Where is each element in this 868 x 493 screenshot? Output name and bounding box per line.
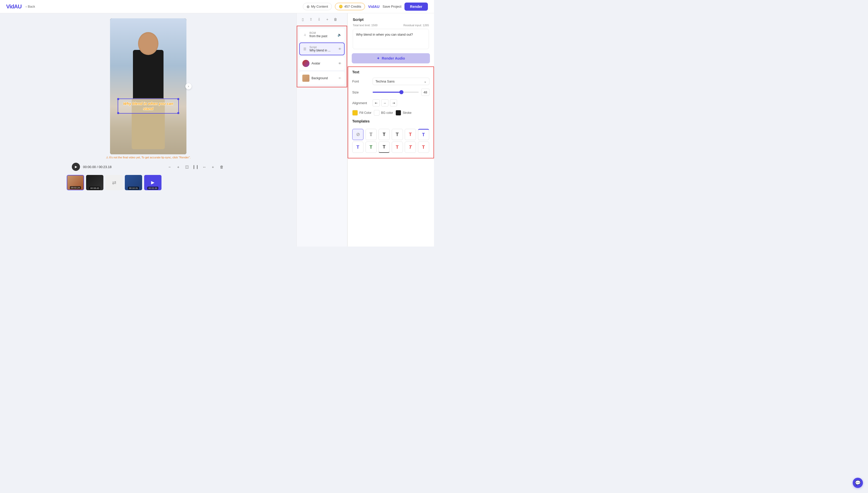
templates-grid: ⊘ T T T T T T T T T T T: [352, 127, 429, 155]
slider-thumb[interactable]: [399, 90, 403, 94]
layer-script-visibility[interactable]: 👁: [338, 47, 342, 51]
background-thumbnail: [302, 74, 310, 82]
thumbnail-3[interactable]: 00:10.31: [125, 175, 142, 190]
layer-bgm-subtitle: from the past: [310, 35, 335, 38]
template-item-4[interactable]: T: [392, 129, 403, 140]
size-slider-container: 48: [373, 89, 429, 96]
thumbnail-4[interactable]: ► 00:02.00: [144, 175, 162, 190]
split-icon[interactable]: ❙❙: [193, 164, 199, 170]
save-project-button[interactable]: Save Project: [383, 5, 401, 8]
script-textarea[interactable]: Why blend in when you can stand out?: [353, 29, 429, 49]
header-left: VidAU ‹ Back: [6, 3, 35, 10]
align-icon[interactable]: ↔: [201, 164, 207, 170]
frame-icon[interactable]: ◫: [184, 164, 190, 170]
template-item-9[interactable]: T: [379, 142, 390, 153]
my-content-button[interactable]: ◍ My Content: [303, 3, 332, 10]
size-slider[interactable]: [373, 92, 419, 93]
subtitle-text: Why blend in when you canstand: [121, 101, 175, 111]
template-item-10[interactable]: T: [392, 142, 403, 153]
layer-avatar-visibility[interactable]: 👁: [338, 62, 342, 65]
credits-button[interactable]: 🪙 457 Credits: [335, 3, 365, 10]
font-value: Techna Sans: [376, 80, 395, 83]
main-content: Why blend in when you canstand › ⚠ It's …: [0, 13, 434, 246]
move-down-icon[interactable]: ⇩: [316, 16, 322, 22]
font-dropdown-icon: ⌄: [424, 80, 427, 83]
layer-script[interactable]: ☰ Script Why blend in ... 👁: [299, 43, 345, 55]
template-item-3[interactable]: T: [379, 129, 390, 140]
render-button[interactable]: Render: [404, 3, 428, 11]
font-label: Font: [352, 80, 373, 83]
timeline-controls: ▶ 00:00.00 / 00:23.18 − + ◫ ❙❙ ↔ + 🗑: [72, 163, 225, 171]
layer-bgm-visibility[interactable]: 🔉: [337, 33, 342, 37]
move-up-icon[interactable]: ⇧: [308, 16, 314, 22]
template-item-8[interactable]: T: [365, 142, 377, 153]
warning-text: It's not the final video yet, To get acc…: [109, 156, 191, 159]
template-item-11[interactable]: T: [405, 142, 416, 153]
layer-background-title: Background: [312, 77, 336, 80]
align-left-button[interactable]: ⇤: [373, 99, 380, 106]
fill-color-label: Fill Color: [359, 111, 371, 114]
delete-icon[interactable]: 🗑: [218, 164, 225, 170]
stroke-item[interactable]: Stroke: [396, 110, 411, 115]
back-button[interactable]: ‹ Back: [26, 5, 35, 8]
layer-background[interactable]: Background 👁: [299, 71, 345, 85]
render-audio-button[interactable]: ✦ Render Audio: [352, 53, 430, 63]
render-audio-label: Render Audio: [382, 56, 405, 60]
resize-handle-bl[interactable]: [117, 112, 119, 114]
copy-layer-icon[interactable]: ▯: [300, 16, 306, 22]
zoom-in-icon[interactable]: +: [175, 164, 181, 170]
layer-background-visibility[interactable]: 👁: [338, 77, 342, 80]
back-label: Back: [28, 5, 35, 8]
script-panel-title: Script: [348, 13, 434, 24]
editor-panel: Why blend in when you canstand › ⚠ It's …: [0, 13, 296, 246]
credits-label: 457 Credits: [344, 5, 361, 8]
layer-bgm-info: BGM from the past: [310, 31, 335, 38]
bg-color-swatch: [374, 110, 380, 115]
nav-arrow-right[interactable]: ›: [185, 83, 192, 89]
layer-bgm[interactable]: ♫ BGM from the past 🔉: [299, 28, 345, 41]
play-button[interactable]: ▶: [72, 163, 80, 171]
thumbnail-strip: 00:02.24 00:08.63 ⇄ 00:10.31 ► 00:02.00: [67, 173, 230, 192]
resize-handle-br[interactable]: [177, 112, 179, 114]
add-layer-icon[interactable]: +: [324, 16, 330, 22]
total-time: 00:23.18: [99, 165, 111, 169]
align-center-button[interactable]: ↔: [381, 99, 388, 106]
fill-color-item[interactable]: Fill Color: [352, 110, 371, 115]
zoom-out-icon[interactable]: −: [167, 164, 173, 170]
templates-section-title: Templates: [352, 119, 429, 123]
time-display: 00:00.00 / 00:23.18: [83, 165, 111, 169]
warning-message: ⚠ It's not the final video yet, To get a…: [106, 156, 191, 159]
back-arrow-icon: ‹: [26, 5, 27, 8]
layer-script-subtitle: Why blend in ...: [310, 49, 336, 52]
template-item-2[interactable]: T: [365, 129, 377, 140]
layer-script-title: Script: [310, 46, 336, 49]
render-audio-icon: ✦: [377, 56, 380, 60]
resize-handle-tl[interactable]: [117, 98, 119, 100]
properties-section: Text Font Techna Sans ⌄ Size 48: [348, 66, 434, 158]
resize-handle-tr[interactable]: [177, 98, 179, 100]
layer-avatar[interactable]: Avatar 👁: [299, 57, 345, 70]
delete-layer-icon[interactable]: 🗑: [332, 16, 338, 22]
alignment-row: Alignment ⇤ ↔ ⇥: [352, 99, 429, 106]
font-row: Font Techna Sans ⌄: [352, 78, 429, 85]
font-select[interactable]: Techna Sans ⌄: [373, 78, 429, 85]
thumbnail-1[interactable]: 00:02.24: [67, 175, 84, 190]
alignment-buttons: ⇤ ↔ ⇥: [373, 99, 397, 106]
template-item-7[interactable]: T: [352, 142, 363, 153]
template-item-5[interactable]: T: [405, 129, 416, 140]
template-item-12[interactable]: T: [418, 142, 429, 153]
add-icon[interactable]: +: [210, 164, 216, 170]
thumb-time-2: 00:08.63: [89, 187, 100, 190]
thumbnail-transition[interactable]: ⇄: [105, 175, 123, 190]
vidau-small-logo: VidAU: [368, 4, 380, 9]
template-item-1[interactable]: ⊘: [352, 129, 363, 140]
align-right-button[interactable]: ⇥: [390, 99, 397, 106]
thumbnail-2[interactable]: 00:08.63: [86, 175, 103, 190]
warning-icon: ⚠: [106, 156, 108, 159]
music-note-icon: ♫: [302, 32, 308, 37]
template-item-6[interactable]: T: [418, 129, 429, 140]
subtitle-overlay[interactable]: Why blend in when you canstand: [118, 99, 179, 113]
bg-color-item[interactable]: BG color: [374, 110, 393, 115]
my-content-label: My Content: [311, 5, 328, 8]
color-row: Fill Color BG color Stroke: [352, 110, 429, 115]
